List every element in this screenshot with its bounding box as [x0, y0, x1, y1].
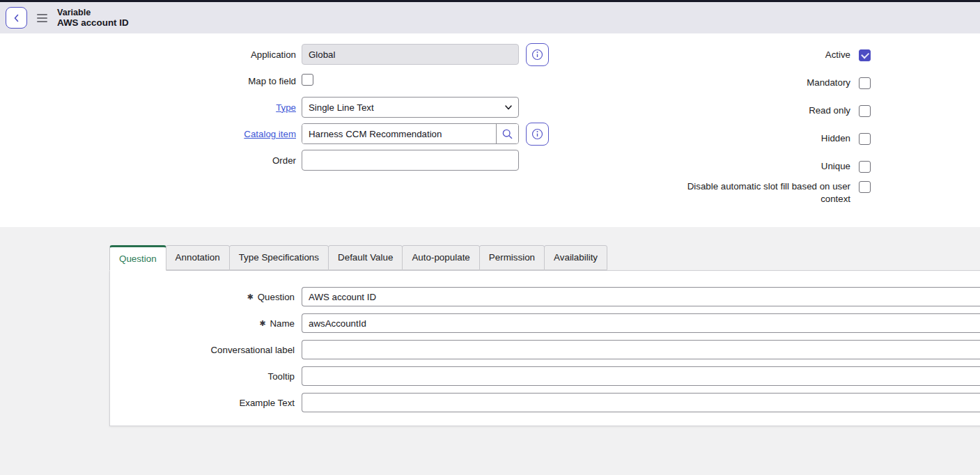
mandatory-row: Mandatory	[680, 69, 871, 97]
hidden-row: Hidden	[680, 125, 871, 153]
name-input[interactable]	[302, 313, 980, 333]
record-title: AWS account ID	[57, 17, 129, 28]
tab-default-value[interactable]: Default Value	[328, 245, 403, 270]
unique-label: Unique	[680, 160, 850, 173]
search-icon	[501, 128, 513, 140]
example-text-input[interactable]	[302, 393, 980, 412]
tabbed-section: Question Annotation Type Specifications …	[0, 227, 980, 475]
unique-checkbox[interactable]	[859, 161, 871, 173]
application-info-button[interactable]	[526, 43, 549, 66]
form-main-section: Application Map to field Type Single Lin…	[0, 33, 980, 227]
order-label: Order	[104, 155, 296, 166]
tab-availability[interactable]: Availability	[544, 245, 607, 270]
order-input[interactable]	[302, 150, 519, 171]
disable-slot-fill-checkbox[interactable]	[859, 181, 871, 193]
mandatory-label: Mandatory	[680, 77, 850, 89]
active-label: Active	[680, 49, 850, 61]
tooltip-input[interactable]	[302, 366, 980, 386]
tab-question[interactable]: Question	[109, 245, 166, 271]
application-label: Application	[104, 49, 296, 60]
example-text-label: Example Text	[110, 398, 295, 408]
unique-row: Unique	[680, 153, 871, 180]
catalog-item-label-link[interactable]: Catalog item	[104, 129, 296, 139]
name-label: ✱Name	[110, 318, 295, 329]
read-only-label: Read only	[680, 104, 850, 117]
tab-auto-populate[interactable]: Auto-populate	[402, 245, 479, 270]
header-titles: Variable AWS account ID	[57, 8, 129, 29]
catalog-item-reference-field	[302, 123, 519, 144]
active-checkbox[interactable]	[859, 49, 871, 61]
hamburger-menu-icon[interactable]	[37, 14, 47, 22]
required-icon: ✱	[259, 319, 265, 327]
active-row: Active	[680, 41, 871, 69]
map-to-field-checkbox[interactable]	[302, 74, 313, 86]
disable-slot-fill-row: Disable automatic slot fill based on use…	[680, 180, 871, 208]
hidden-checkbox[interactable]	[859, 133, 871, 145]
tab-bar: Question Annotation Type Specifications …	[0, 245, 980, 270]
info-icon	[531, 49, 543, 61]
conversational-label-input[interactable]	[302, 340, 980, 359]
header: Variable AWS account ID	[0, 2, 980, 33]
read-only-row: Read only	[680, 97, 871, 125]
map-to-field-label: Map to field	[104, 76, 296, 86]
question-label: ✱Question	[110, 292, 295, 302]
type-label-link[interactable]: Type	[104, 102, 296, 113]
type-select[interactable]: Single Line Text	[302, 97, 519, 118]
disable-slot-fill-label: Disable automatic slot fill based on use…	[680, 180, 850, 205]
catalog-item-info-button[interactable]	[526, 123, 549, 146]
conversational-label: Conversational label	[110, 345, 295, 355]
question-tab-panel: ✱Question ✱Name Conversational label Too…	[109, 270, 980, 426]
catalog-item-search-button[interactable]	[496, 124, 518, 143]
form-right-column: Active Mandatory Read only Hidden Unique…	[680, 41, 871, 208]
question-row: ✱Question	[110, 283, 980, 310]
info-icon	[531, 128, 543, 140]
tab-permission[interactable]: Permission	[479, 245, 545, 270]
application-input[interactable]	[302, 44, 519, 65]
read-only-checkbox[interactable]	[859, 105, 871, 117]
required-icon: ✱	[247, 293, 254, 301]
record-type-label: Variable	[57, 8, 129, 17]
catalog-item-input[interactable]	[302, 124, 496, 143]
hidden-label: Hidden	[680, 132, 850, 145]
tab-type-specifications[interactable]: Type Specifications	[229, 245, 329, 270]
back-button[interactable]	[6, 7, 27, 29]
chevron-left-icon	[12, 13, 22, 23]
tooltip-label: Tooltip	[110, 371, 295, 382]
example-text-row: Example Text	[110, 389, 980, 416]
tooltip-row: Tooltip	[110, 363, 980, 389]
tab-annotation[interactable]: Annotation	[166, 245, 230, 270]
conversational-label-row: Conversational label	[110, 336, 980, 363]
name-row: ✱Name	[110, 310, 980, 336]
question-input[interactable]	[302, 287, 980, 306]
mandatory-checkbox[interactable]	[859, 77, 871, 89]
